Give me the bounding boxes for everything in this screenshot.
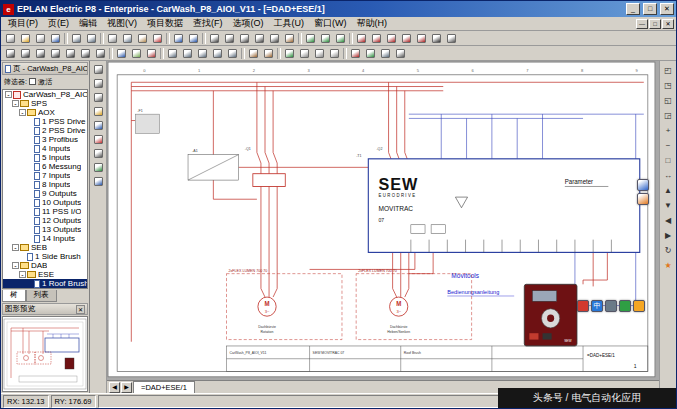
tree-item-19[interactable]: 1 Side Brush xyxy=(3,252,87,261)
snap-icon[interactable] xyxy=(312,47,327,60)
menu-item-10[interactable]: 帮助(H) xyxy=(352,17,393,30)
next-page-icon[interactable] xyxy=(318,32,333,45)
tree-item-20[interactable]: -DAB xyxy=(3,261,87,270)
insert-text-icon[interactable] xyxy=(429,32,444,45)
tree-item-7[interactable]: 4 Inputs xyxy=(3,144,87,153)
tree-item-6[interactable]: 3 Profibus xyxy=(3,135,87,144)
tree-item-15[interactable]: 12 Outputs xyxy=(3,216,87,225)
check-project-icon[interactable] xyxy=(363,47,378,60)
preview-thumbnail[interactable] xyxy=(3,317,87,391)
properties-icon[interactable] xyxy=(444,32,459,45)
tree-item-8[interactable]: 5 Inputs xyxy=(3,153,87,162)
zoom-corner-tl-icon[interactable]: ◰ xyxy=(661,63,676,77)
goto-page-icon[interactable] xyxy=(333,32,348,45)
mdi-close-button[interactable]: ✕ xyxy=(662,19,674,29)
print-icon[interactable] xyxy=(69,32,84,45)
drawing-region[interactable]: 0123456789 xyxy=(107,61,659,380)
menu-item-9[interactable]: 窗口(W) xyxy=(309,17,352,30)
tree-expander[interactable]: - xyxy=(12,100,19,107)
preview-toggle-icon[interactable] xyxy=(91,161,106,174)
tree-item-21[interactable]: -ESE xyxy=(3,270,87,279)
tree-item-17[interactable]: 14 Inputs xyxy=(3,234,87,243)
menu-item-4[interactable]: 视图(V) xyxy=(102,17,142,30)
mdi-restore-button[interactable]: □ xyxy=(649,19,661,29)
preview-close-button[interactable]: ✕ xyxy=(76,305,85,314)
tree-expander[interactable]: - xyxy=(12,244,19,251)
delete-page-icon[interactable] xyxy=(91,133,106,146)
delete-icon[interactable] xyxy=(150,32,165,45)
menu-item-8[interactable]: 工具(U) xyxy=(269,17,310,30)
tree-item-14[interactable]: 11 PSS I/O xyxy=(3,207,87,216)
layers-icon[interactable] xyxy=(282,47,297,60)
save-icon[interactable] xyxy=(48,32,63,45)
tree-item-12[interactable]: 9 Outputs xyxy=(3,189,87,198)
redo-icon[interactable] xyxy=(186,32,201,45)
nav-widget-icon[interactable] xyxy=(637,179,649,191)
screenshot-icon[interactable] xyxy=(577,300,589,312)
tree-expander[interactable]: - xyxy=(5,91,12,98)
open-page-icon[interactable] xyxy=(91,119,106,132)
insert-cable-icon[interactable] xyxy=(384,32,399,45)
insert-plc-icon[interactable] xyxy=(414,32,429,45)
menu-item-7[interactable]: 选项(O) xyxy=(228,17,269,30)
settings-icon[interactable] xyxy=(393,47,408,60)
manual-link[interactable]: Bedienungsanleitung xyxy=(447,289,499,295)
zoom-corner-bl-icon[interactable]: ◱ xyxy=(661,93,676,107)
tree-item-11[interactable]: 8 Inputs xyxy=(3,180,87,189)
copy-icon[interactable] xyxy=(120,32,135,45)
zoom-corner-tr-icon[interactable]: ◳ xyxy=(661,78,676,92)
tree-item-5[interactable]: 2 PSS Drive xyxy=(3,126,87,135)
insert-device-icon[interactable] xyxy=(369,32,384,45)
tree-item-13[interactable]: 10 Outputs xyxy=(3,198,87,207)
paste-icon[interactable] xyxy=(135,32,150,45)
zoom-window-icon[interactable] xyxy=(252,32,267,45)
open-project-icon[interactable] xyxy=(18,32,33,45)
minimize-button[interactable]: _ xyxy=(626,3,640,15)
tree-item-10[interactable]: 7 Inputs xyxy=(3,171,87,180)
zoom-out-icon[interactable]: − xyxy=(661,138,676,152)
menu-item-3[interactable]: 编辑 xyxy=(74,17,102,30)
insert-symbol-icon[interactable] xyxy=(354,32,369,45)
close-project-icon[interactable] xyxy=(33,32,48,45)
sheet-nav-next-button[interactable]: ▶ xyxy=(121,382,132,393)
menu-item-6[interactable]: 查找(F) xyxy=(188,17,228,30)
menu-item-1[interactable]: 项目(P) xyxy=(3,17,43,30)
tree-item-23[interactable]: +SRT xyxy=(3,288,87,289)
filter-icon[interactable] xyxy=(91,63,106,76)
schematic-canvas[interactable]: 0123456789 xyxy=(107,61,659,380)
new-page-icon[interactable] xyxy=(91,105,106,118)
grid-icon[interactable] xyxy=(297,47,312,60)
tree-expander[interactable]: - xyxy=(12,262,19,269)
insert-terminal-icon[interactable] xyxy=(399,32,414,45)
scale-icon[interactable] xyxy=(225,47,240,60)
page-right-icon[interactable]: ▶ xyxy=(661,228,676,242)
pan-icon[interactable] xyxy=(282,32,297,45)
print-preview-icon[interactable] xyxy=(84,32,99,45)
find-icon[interactable] xyxy=(207,32,222,45)
close-button[interactable]: ✕ xyxy=(660,3,674,15)
zoom-in-icon[interactable] xyxy=(222,32,237,45)
tree-expander[interactable]: - xyxy=(19,271,26,278)
safe-icon[interactable] xyxy=(619,300,631,312)
zoom-corner-br-icon[interactable]: ◲ xyxy=(661,108,676,122)
dimension-icon[interactable] xyxy=(144,47,159,60)
filter-active-checkbox[interactable] xyxy=(29,78,36,85)
ortho-icon[interactable] xyxy=(327,47,342,60)
rotate-icon[interactable] xyxy=(210,47,225,60)
tab-list[interactable]: 列表 xyxy=(26,290,57,302)
refresh-icon[interactable] xyxy=(91,175,106,188)
undo-icon[interactable] xyxy=(171,32,186,45)
update-parts-icon[interactable] xyxy=(348,47,363,60)
polyline-icon[interactable] xyxy=(18,47,33,60)
image-icon[interactable] xyxy=(129,47,144,60)
copy-graphic-icon[interactable] xyxy=(180,47,195,60)
pan-icon[interactable]: ↔ xyxy=(661,168,676,182)
zoom-in-icon[interactable]: + xyxy=(661,123,676,137)
tree-item-9[interactable]: 6 Messung xyxy=(3,162,87,171)
mirror-icon[interactable] xyxy=(195,47,210,60)
more-icon[interactable] xyxy=(633,300,645,312)
help-widget-icon[interactable] xyxy=(637,193,649,205)
tool-icon[interactable] xyxy=(605,300,617,312)
tab-tree[interactable]: 树 xyxy=(2,290,26,302)
ungroup-icon[interactable] xyxy=(261,47,276,60)
